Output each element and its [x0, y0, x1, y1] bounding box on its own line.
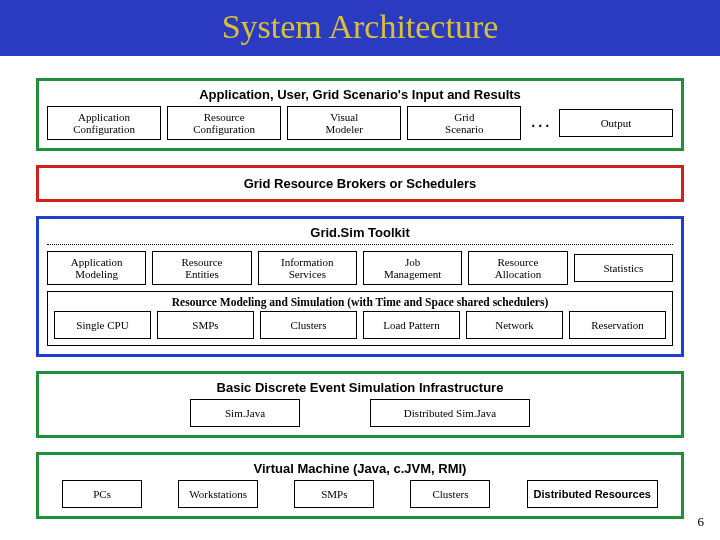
title-banner: System Architecture — [0, 0, 720, 56]
divider-dotted — [47, 244, 673, 245]
box-information-services: InformationServices — [258, 251, 357, 285]
box-visual-modeler: VisualModeler — [287, 106, 401, 140]
layer-title: Grid Resource Brokers or Schedulers — [47, 176, 673, 191]
box-output: Output — [559, 109, 673, 137]
box-statistics: Statistics — [574, 254, 673, 282]
box-resource-entities: ResourceEntities — [152, 251, 251, 285]
layer-gridsim-toolkit: Grid.Sim Toolkit ApplicationModeling Res… — [36, 216, 684, 357]
box-clusters: Clusters — [260, 311, 357, 339]
box-single-cpu: Single CPU — [54, 311, 151, 339]
layer-title: Basic Discrete Event Simulation Infrastr… — [47, 380, 673, 395]
box-resource-configuration: ResourceConfiguration — [167, 106, 281, 140]
box-smps-vm: SMPs — [294, 480, 374, 508]
box-reservation: Reservation — [569, 311, 666, 339]
box-job-management: JobManagement — [363, 251, 462, 285]
box-resource-allocation: ResourceAllocation — [468, 251, 567, 285]
layer-virtual-machine: Virtual Machine (Java, c.JVM, RMI) PCs W… — [36, 452, 684, 519]
box-distributed-resources: Distributed Resources — [527, 480, 658, 508]
layer-title: Grid.Sim Toolkit — [47, 225, 673, 240]
box-network: Network — [466, 311, 563, 339]
architecture-diagram: Application, User, Grid Scenario's Input… — [0, 56, 720, 519]
row: ApplicationModeling ResourceEntities Inf… — [47, 251, 673, 285]
layer-application-input: Application, User, Grid Scenario's Input… — [36, 78, 684, 151]
layer-brokers: Grid Resource Brokers or Schedulers — [36, 165, 684, 202]
layer-title: Virtual Machine (Java, c.JVM, RMI) — [47, 461, 673, 476]
row: PCs Workstations SMPs Clusters Distribut… — [47, 480, 673, 508]
box-pcs: PCs — [62, 480, 142, 508]
box-application-configuration: ApplicationConfiguration — [47, 106, 161, 140]
box-clusters-vm: Clusters — [410, 480, 490, 508]
row: ApplicationConfiguration ResourceConfigu… — [47, 106, 673, 140]
inner-title: Resource Modeling and Simulation (with T… — [54, 296, 666, 308]
layer-title: Application, User, Grid Scenario's Input… — [47, 87, 673, 102]
box-simjava: Sim.Java — [190, 399, 300, 427]
box-load-pattern: Load Pattern — [363, 311, 460, 339]
box-application-modeling: ApplicationModeling — [47, 251, 146, 285]
box-workstations: Workstations — [178, 480, 258, 508]
slide-title: System Architecture — [0, 8, 720, 46]
box-grid-scenario: GridScenario — [407, 106, 521, 140]
page-number: 6 — [698, 514, 705, 530]
layer-basic-simulation: Basic Discrete Event Simulation Infrastr… — [36, 371, 684, 438]
row: Sim.Java Distributed Sim.Java — [47, 399, 673, 427]
inner-resource-modeling: Resource Modeling and Simulation (with T… — [47, 291, 673, 346]
ellipsis: . . . — [527, 115, 553, 131]
box-smps: SMPs — [157, 311, 254, 339]
box-distributed-simjava: Distributed Sim.Java — [370, 399, 530, 427]
row: Single CPU SMPs Clusters Load Pattern Ne… — [54, 311, 666, 339]
